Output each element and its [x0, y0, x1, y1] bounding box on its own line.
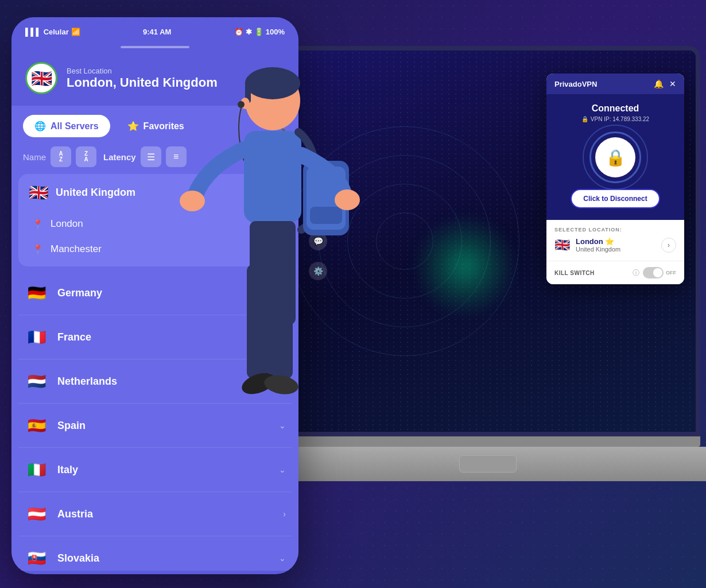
location-pin-icon: 📍	[32, 219, 44, 230]
svg-point-4	[238, 101, 245, 108]
france-flag: 🇫🇷	[24, 324, 49, 350]
lock-icon-small: 🔒	[581, 116, 588, 122]
alarm-icon: ⏰	[234, 28, 243, 36]
netherlands-flag: 🇳🇱	[24, 369, 49, 394]
location-navigate-button[interactable]: ›	[661, 238, 676, 253]
disconnect-button[interactable]: Click to Disconnect	[571, 189, 660, 208]
selected-location-row: 🇬🇧 London ⭐ United Kingdom ›	[554, 237, 676, 253]
sort-name-label: Name	[23, 152, 46, 162]
sort-za-button[interactable]: Z A	[76, 146, 96, 167]
slovakia-flag: 🇸🇰	[24, 546, 49, 571]
germany-flag: 🇩🇪	[24, 280, 49, 305]
close-icon[interactable]: ✕	[669, 79, 676, 88]
signal-icon: ▌▌▌	[25, 28, 41, 36]
all-servers-tab[interactable]: 🌐 All Servers	[23, 115, 110, 137]
globe-icon: 🌐	[34, 121, 46, 131]
star-icon-sel: ⭐	[605, 237, 614, 246]
selected-city: London ⭐	[576, 237, 655, 246]
laptop-trackpad	[459, 455, 517, 473]
svg-point-10	[335, 189, 360, 210]
svg-rect-12	[247, 264, 270, 379]
person-illustration	[161, 46, 379, 534]
filter-button-1[interactable]: ☰	[141, 146, 161, 167]
toggle-knob	[653, 268, 662, 277]
italy-flag: 🇮🇹	[24, 457, 49, 482]
selected-location-label: SELECTED LOCATION:	[554, 227, 676, 233]
status-bar: ▌▌▌ Celular 📶 9:41 AM ⏰ ✱ 🔋 100%	[11, 17, 298, 46]
chevron-icon-7: ⌄	[279, 554, 286, 563]
location-pin-icon-2: 📍	[32, 244, 44, 255]
lock-circle-outer: 🔒	[589, 131, 641, 183]
selected-location-info: London ⭐ United Kingdom	[576, 237, 655, 253]
connected-status: Connected	[554, 103, 676, 114]
vpn-popup-body: Connected 🔒 VPN IP: 14.789.333.22 🔒 Clic…	[546, 94, 684, 220]
kill-switch-state: OFF	[666, 270, 676, 276]
country-slovakia-row[interactable]: 🇸🇰 Slovakia ⌄	[18, 536, 292, 571]
svg-point-1	[245, 67, 300, 99]
selected-flag: 🇬🇧	[554, 238, 570, 253]
kill-switch-toggle[interactable]	[643, 267, 664, 278]
selected-country: United Kingdom	[576, 246, 655, 253]
kill-switch-row: KILL SWITCH ⓘ OFF	[546, 261, 684, 284]
lock-icon-main: 🔒	[606, 148, 626, 167]
svg-rect-5	[244, 131, 301, 223]
latency-label: Latency	[103, 152, 136, 162]
notification-icon[interactable]: 🔔	[654, 79, 664, 88]
kill-switch-label: KILL SWITCH	[554, 270, 629, 276]
spain-flag: 🇪🇸	[24, 413, 49, 438]
wifi-icon: 📶	[71, 28, 80, 36]
vpn-popup-title: PrivadoVPN	[554, 80, 597, 88]
battery-icon: 🔋	[254, 28, 263, 36]
bluetooth-icon: ✱	[246, 28, 252, 36]
slovakia-name: Slovakia	[57, 552, 271, 564]
uk-flag: 🇬🇧	[29, 183, 49, 202]
status-time: 9:41 AM	[143, 28, 171, 36]
vpn-popup-footer: SELECTED LOCATION: 🇬🇧 London ⭐ United Ki…	[546, 220, 684, 261]
kill-switch-info-icon: ⓘ	[633, 268, 639, 278]
svg-rect-13	[270, 264, 293, 379]
vpn-popup-header: PrivadoVPN 🔔 ✕	[546, 74, 684, 94]
svg-rect-8	[310, 207, 342, 224]
vpn-popup: PrivadoVPN 🔔 ✕ Connected 🔒 VPN IP: 14.78…	[546, 74, 684, 284]
star-icon: ⭐	[127, 121, 139, 131]
green-orb	[413, 214, 517, 318]
vpn-popup-icons: 🔔 ✕	[654, 79, 676, 88]
status-right: ⏰ ✱ 🔋 100%	[234, 28, 285, 36]
svg-point-9	[180, 191, 205, 211]
vpn-ip-display: 🔒 VPN IP: 14.789.333.22	[554, 116, 676, 122]
location-flag: 🇬🇧	[25, 62, 57, 94]
sort-az-button[interactable]: A Z	[51, 146, 71, 167]
austria-flag: 🇦🇹	[24, 501, 49, 527]
lock-circle-inner: 🔒	[595, 137, 635, 177]
status-carrier: ▌▌▌ Celular 📶	[25, 28, 80, 36]
